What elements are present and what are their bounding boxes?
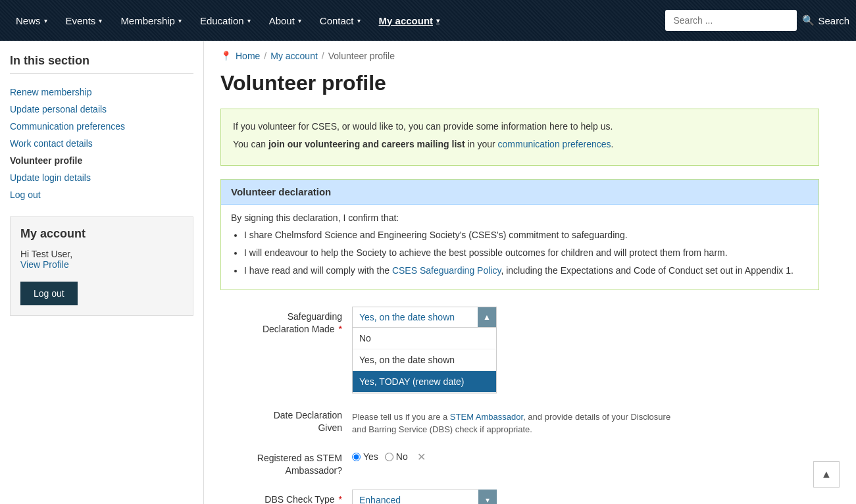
safeguarding-policy-link[interactable]: CSES Safeguarding Policy — [392, 265, 501, 276]
breadcrumb: 📍 Home / My account / Volunteer profile — [220, 51, 819, 61]
info-line2: You can join our volunteering and career… — [233, 137, 807, 151]
safeguarding-row: SafeguardingDeclaration Made * Yes, on t… — [220, 307, 819, 393]
nav-myaccount-arrow: ▾ — [436, 17, 440, 24]
date-control: Please tell us if you are a STEM Ambassa… — [352, 405, 681, 436]
stem-no-option[interactable]: No — [385, 451, 408, 462]
date-row: Date DeclarationGiven Please tell us if … — [220, 405, 819, 436]
nav-about-arrow: ▾ — [298, 17, 301, 24]
stem-control: Yes No ✕ — [352, 448, 681, 463]
nav-events-arrow: ▾ — [99, 17, 102, 24]
sidebar-greeting: Hi Test User, — [20, 249, 183, 259]
breadcrumb-home[interactable]: Home — [236, 51, 260, 61]
dbs-control: EnhancedBasicStandardNone ▾ — [352, 490, 681, 504]
breadcrumb-sep-2: / — [322, 51, 324, 61]
breadcrumb-sep-1: / — [264, 51, 266, 61]
required-star-safeguarding: * — [339, 324, 342, 334]
search-input[interactable] — [665, 10, 797, 31]
breadcrumb-current: Volunteer profile — [328, 51, 395, 61]
stem-yes-radio[interactable] — [352, 453, 361, 461]
search-icon: 🔍 — [802, 14, 815, 26]
sidebar-account: My account Hi Test User, View Profile Lo… — [10, 216, 193, 316]
nav-events[interactable]: Events ▾ — [57, 0, 112, 41]
page-layout: In this section Renew membership Update … — [0, 41, 856, 504]
stem-row: Registered as STEMAmbassador? Yes No ✕ — [220, 448, 819, 478]
required-star-dbs: * — [339, 494, 342, 504]
nav-about[interactable]: About ▾ — [260, 0, 311, 41]
dropdown-option-yes-date[interactable]: Yes, on the date shown — [353, 349, 496, 371]
declaration-header: Volunteer declaration — [221, 180, 818, 205]
stem-label: Registered as STEMAmbassador? — [220, 448, 352, 478]
nav-news[interactable]: News ▾ — [7, 0, 57, 41]
sidebar-logout-button[interactable]: Log out — [20, 282, 78, 305]
sidebar-item-volunteer[interactable]: Volunteer profile — [10, 152, 193, 169]
helper-text: Please tell us if you are a STEM Ambassa… — [352, 411, 681, 436]
scroll-to-top-button[interactable]: ▲ — [813, 461, 840, 488]
breadcrumb-icon: 📍 — [220, 51, 232, 61]
safeguarding-label: SafeguardingDeclaration Made * — [220, 307, 352, 336]
nav-myaccount[interactable]: My account ▾ — [370, 0, 449, 41]
breadcrumb-myaccount[interactable]: My account — [270, 51, 318, 61]
declaration-list: I share Chelmsford Science and Engineeri… — [244, 228, 809, 278]
sidebar: In this section Renew membership Update … — [0, 41, 204, 504]
declaration-box: Volunteer declaration By signing this de… — [220, 179, 819, 290]
nav-items: News ▾ Events ▾ Membership ▾ Education ▾… — [7, 0, 665, 41]
main-content: 📍 Home / My account / Volunteer profile … — [204, 41, 836, 504]
top-navigation: News ▾ Events ▾ Membership ▾ Education ▾… — [0, 0, 856, 41]
dropdown-option-yes-today[interactable]: Yes, TODAY (renew date) — [353, 371, 496, 393]
sidebar-account-title: My account — [20, 227, 183, 241]
stem-yes-option[interactable]: Yes — [352, 451, 378, 462]
chevron-up-icon: ▲ — [821, 468, 832, 480]
dbs-row: DBS Check Type * EnhancedBasicStandardNo… — [220, 490, 819, 504]
sidebar-view-profile-link[interactable]: View Profile — [20, 259, 69, 270]
stem-no-radio[interactable] — [385, 453, 393, 461]
safeguarding-dropdown[interactable]: Yes, on the date shown ▲ No Yes, on the … — [352, 307, 497, 393]
nav-news-arrow: ▾ — [44, 17, 47, 24]
dropdown-option-no[interactable]: No — [353, 328, 496, 349]
stem-clear-button[interactable]: ✕ — [415, 451, 428, 463]
sidebar-item-work[interactable]: Work contact details — [10, 135, 193, 152]
nav-contact[interactable]: Contact ▾ — [311, 0, 370, 41]
sidebar-item-renew[interactable]: Renew membership — [10, 84, 193, 101]
nav-membership-arrow: ▾ — [178, 17, 182, 24]
declaration-body: By signing this declaration, I confirm t… — [221, 205, 818, 290]
declaration-item-1: I will endeavour to help the Society to … — [244, 246, 809, 260]
date-label: Date DeclarationGiven — [220, 405, 352, 435]
sidebar-item-personal[interactable]: Update personal details — [10, 101, 193, 118]
dropdown-selected-value[interactable]: Yes, on the date shown ▲ — [353, 307, 496, 328]
nav-membership[interactable]: Membership ▾ — [111, 0, 191, 41]
communication-prefs-link[interactable]: communication preferences — [498, 139, 611, 149]
sidebar-user-info: Hi Test User, View Profile — [20, 249, 183, 270]
dbs-label: DBS Check Type * — [220, 490, 352, 504]
info-box: If you volunteer for CSES, or would like… — [220, 109, 819, 166]
search-button[interactable]: 🔍 Search — [802, 14, 849, 26]
sidebar-section-title: In this section — [10, 54, 193, 74]
sidebar-item-login[interactable]: Update login details — [10, 169, 193, 186]
declaration-item-0: I share Chelmsford Science and Engineeri… — [244, 228, 809, 242]
declaration-intro: By signing this declaration, I confirm t… — [231, 213, 809, 223]
dropdown-arrow-icon: ▲ — [478, 307, 496, 327]
page-title: Volunteer profile — [220, 71, 819, 95]
dropdown-options: No Yes, on the date shown Yes, TODAY (re… — [353, 328, 496, 393]
nav-education[interactable]: Education ▾ — [191, 0, 260, 41]
nav-contact-arrow: ▾ — [357, 17, 361, 24]
sidebar-item-logout[interactable]: Log out — [10, 186, 193, 203]
safeguarding-control: Yes, on the date shown ▲ No Yes, on the … — [352, 307, 681, 393]
stem-radio-group: Yes No ✕ — [352, 448, 681, 463]
dbs-dropdown-wrapper: EnhancedBasicStandardNone ▾ — [352, 490, 497, 504]
dbs-select[interactable]: EnhancedBasicStandardNone — [352, 490, 497, 504]
form-section: SafeguardingDeclaration Made * Yes, on t… — [220, 307, 819, 504]
declaration-item-2: I have read and will comply with the CSE… — [244, 264, 809, 278]
sidebar-item-communication[interactable]: Communication preferences — [10, 118, 193, 135]
stem-ambassador-link[interactable]: STEM Ambassador — [450, 412, 523, 422]
nav-education-arrow: ▾ — [247, 17, 251, 24]
search-area: 🔍 Search — [665, 10, 849, 31]
sidebar-section-main: In this section Renew membership Update … — [10, 54, 193, 203]
info-line1: If you volunteer for CSES, or would like… — [233, 119, 807, 134]
